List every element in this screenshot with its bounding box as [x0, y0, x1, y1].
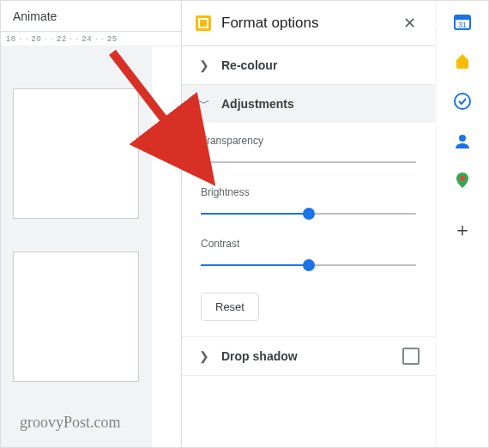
slider-thumb[interactable] — [303, 259, 315, 271]
section-header-dropshadow[interactable]: ❯ Drop shadow — [182, 337, 435, 375]
adjustments-body: Transparency Brightness Contrast — [182, 123, 435, 336]
section-label: Drop shadow — [221, 349, 298, 363]
section-header-recolour[interactable]: ❯ Re-colour — [182, 46, 435, 84]
maps-icon[interactable] — [453, 171, 472, 190]
ruler: 18 · · 20 · · 22 · · 24 · · 25 — [1, 32, 184, 46]
contacts-icon[interactable] — [453, 131, 472, 150]
panel-header: Format options ✕ — [182, 1, 435, 46]
slide-canvas: groovyPost.com — [1, 45, 152, 447]
watermark: groovyPost.com — [20, 414, 121, 432]
chevron-right-icon: ❯ — [197, 58, 211, 72]
side-app-bar: 31 ＋ — [436, 1, 488, 447]
brightness-slider[interactable] — [201, 207, 416, 221]
slider-thumb[interactable] — [303, 208, 315, 220]
svg-rect-1 — [455, 15, 470, 20]
section-dropshadow: ❯ Drop shadow — [182, 337, 435, 376]
svg-point-5 — [460, 176, 465, 181]
svg-point-4 — [459, 135, 466, 142]
format-options-panel: Format options ✕ ❯ Re-colour ﹀ Adjustmen… — [181, 1, 435, 447]
chevron-right-icon: ❯ — [197, 349, 211, 363]
dropshadow-checkbox[interactable] — [402, 348, 420, 365]
ruler-ticks: 18 · · 20 · · 22 · · 24 · · 25 — [1, 32, 184, 45]
animate-button[interactable]: Animate — [13, 9, 57, 23]
chevron-down-icon: ﹀ — [197, 96, 211, 112]
format-icon — [196, 15, 211, 31]
image-object[interactable] — [13, 88, 139, 219]
tasks-icon[interactable] — [453, 92, 472, 111]
slider-thumb[interactable] — [195, 156, 207, 168]
close-icon[interactable]: ✕ — [397, 11, 421, 35]
brightness-label: Brightness — [201, 186, 416, 198]
reset-button[interactable]: Reset — [201, 293, 259, 321]
panel-title: Format options — [221, 15, 318, 32]
section-label: Adjustments — [221, 97, 294, 111]
section-adjustments: ﹀ Adjustments Transparency Brightness Co… — [182, 85, 435, 337]
section-header-adjustments[interactable]: ﹀ Adjustments — [182, 85, 435, 123]
section-recolour: ❯ Re-colour — [182, 46, 435, 85]
add-icon[interactable]: ＋ — [453, 221, 472, 239]
transparency-slider[interactable] — [201, 155, 416, 169]
svg-text:31: 31 — [458, 21, 467, 29]
calendar-icon[interactable]: 31 — [453, 13, 472, 32]
contrast-label: Contrast — [201, 238, 416, 250]
contrast-slider[interactable] — [201, 258, 416, 272]
image-object[interactable] — [13, 251, 139, 382]
svg-point-3 — [455, 94, 470, 109]
transparency-label: Transparency — [201, 135, 416, 147]
keep-icon[interactable] — [453, 52, 472, 71]
section-label: Re-colour — [221, 58, 277, 72]
